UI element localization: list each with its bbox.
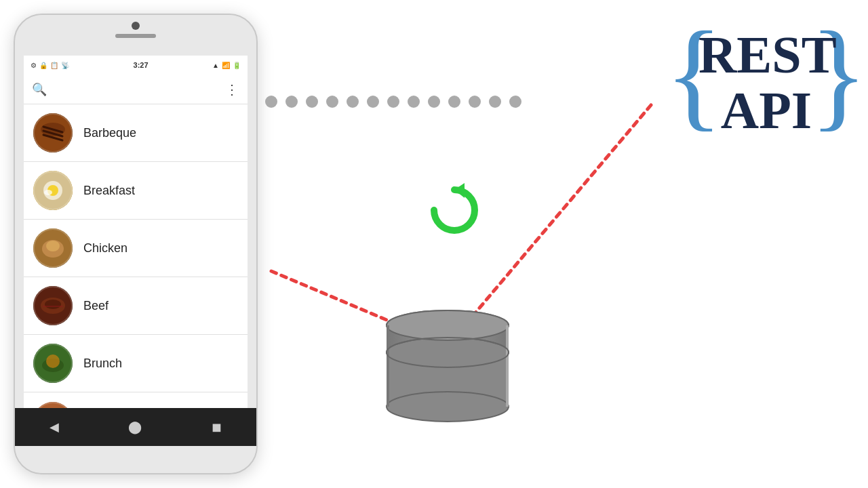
signal-icon: 📶 — [222, 62, 230, 69]
svg-point-45 — [387, 310, 509, 340]
speaker-bar — [115, 34, 156, 38]
food-label-chicken: Chicken — [83, 241, 127, 256]
back-button[interactable]: ◀ — [50, 420, 59, 434]
svg-point-9 — [33, 228, 73, 268]
svg-point-12 — [33, 286, 73, 325]
svg-point-23 — [265, 96, 277, 108]
svg-point-32 — [448, 96, 460, 108]
svg-point-30 — [408, 96, 420, 108]
list-item[interactable]: Dinner — [24, 392, 248, 408]
status-time: 3:27 — [134, 61, 149, 69]
food-label-beef: Beef — [83, 299, 108, 313]
svg-point-16 — [33, 344, 73, 383]
phone-top-bar — [15, 15, 256, 56]
food-avatar-brunch — [33, 344, 73, 383]
svg-point-20 — [33, 402, 73, 409]
phone-screen: ⚙ 🔒 📋 📡 3:27 ▲ 📶 🔋 🔍 ⋮ — [24, 56, 248, 408]
status-bar: ⚙ 🔒 📋 📡 3:27 ▲ 📶 🔋 — [24, 56, 248, 75]
svg-point-48 — [387, 338, 509, 367]
battery-icon: 🔋 — [233, 62, 241, 69]
svg-line-4 — [43, 135, 62, 140]
food-avatar-chicken — [33, 228, 73, 268]
svg-rect-40 — [387, 325, 509, 380]
phone-bottom-bezel — [15, 446, 256, 473]
svg-rect-46 — [387, 325, 389, 407]
svg-point-33 — [469, 96, 481, 108]
phone-mockup: ⚙ 🔒 📋 📡 3:27 ▲ 📶 🔋 🔍 ⋮ — [14, 14, 258, 474]
svg-point-5 — [33, 171, 73, 210]
svg-point-6 — [43, 181, 62, 200]
svg-point-28 — [367, 96, 379, 108]
svg-point-7 — [47, 185, 58, 196]
svg-point-27 — [347, 96, 359, 108]
food-avatar-beef — [33, 286, 73, 325]
svg-point-1 — [41, 123, 65, 136]
status-icons-right: ▲ 📶 🔋 — [212, 62, 241, 69]
home-button[interactable]: ⬤ — [128, 420, 142, 434]
status-icons-left: ⚙ 🔒 📋 📡 — [31, 62, 69, 69]
list-item[interactable]: Breakfast — [24, 162, 248, 220]
settings-icon: ⚙ — [31, 62, 37, 69]
svg-point-10 — [42, 240, 64, 258]
rest-api-label: { } REST API — [665, 14, 868, 149]
svg-point-11 — [46, 241, 60, 251]
extra-icon: 📡 — [61, 62, 69, 69]
svg-point-44 — [387, 392, 509, 422]
svg-point-34 — [489, 96, 501, 108]
svg-point-35 — [509, 96, 521, 108]
food-label-breakfast: Breakfast — [83, 184, 135, 198]
phone-nav-bar: ◀ ⬤ ◼ — [15, 408, 256, 446]
svg-point-26 — [326, 96, 338, 108]
list-item[interactable]: Brunch — [24, 335, 248, 392]
svg-point-13 — [41, 298, 65, 314]
svg-point-24 — [285, 96, 298, 108]
food-avatar-breakfast — [33, 171, 73, 210]
food-list: Barbeque Breakfast — [24, 104, 248, 408]
search-bar[interactable]: 🔍 ⋮ — [24, 75, 248, 104]
food-label-brunch: Brunch — [83, 357, 122, 371]
food-avatar-dinner — [33, 402, 73, 409]
clipboard-icon: 📋 — [50, 62, 58, 69]
svg-rect-43 — [387, 352, 509, 407]
wifi-icon: ▲ — [212, 62, 219, 69]
svg-point-17 — [42, 359, 64, 372]
food-avatar-barbeque — [33, 113, 73, 152]
list-item[interactable]: Beef — [24, 277, 248, 335]
more-icon[interactable]: ⋮ — [225, 81, 239, 98]
diagram: { } REST API — [251, 0, 868, 488]
svg-point-39 — [387, 310, 509, 340]
svg-point-8 — [44, 190, 52, 195]
svg-marker-38 — [454, 183, 465, 198]
food-label-barbeque: Barbeque — [83, 126, 136, 140]
rest-text: REST — [698, 27, 834, 83]
api-text: API — [698, 83, 834, 138]
svg-point-29 — [387, 96, 399, 108]
svg-rect-41 — [387, 325, 509, 380]
list-item[interactable]: Chicken — [24, 220, 248, 277]
svg-line-3 — [43, 131, 62, 136]
svg-point-31 — [428, 96, 440, 108]
svg-line-2 — [43, 127, 62, 132]
lock-icon: 🔒 — [39, 62, 47, 69]
svg-line-37 — [271, 271, 448, 346]
search-icon: 🔍 — [32, 82, 47, 97]
svg-point-0 — [33, 113, 73, 152]
svg-rect-47 — [506, 325, 509, 407]
camera-dot — [132, 22, 140, 30]
svg-point-25 — [306, 96, 318, 108]
svg-point-14 — [45, 300, 61, 309]
list-item[interactable]: Barbeque — [24, 104, 248, 162]
svg-point-42 — [387, 338, 509, 367]
svg-line-36 — [448, 105, 651, 346]
svg-point-19 — [46, 354, 60, 368]
recent-button[interactable]: ◼ — [212, 420, 222, 434]
